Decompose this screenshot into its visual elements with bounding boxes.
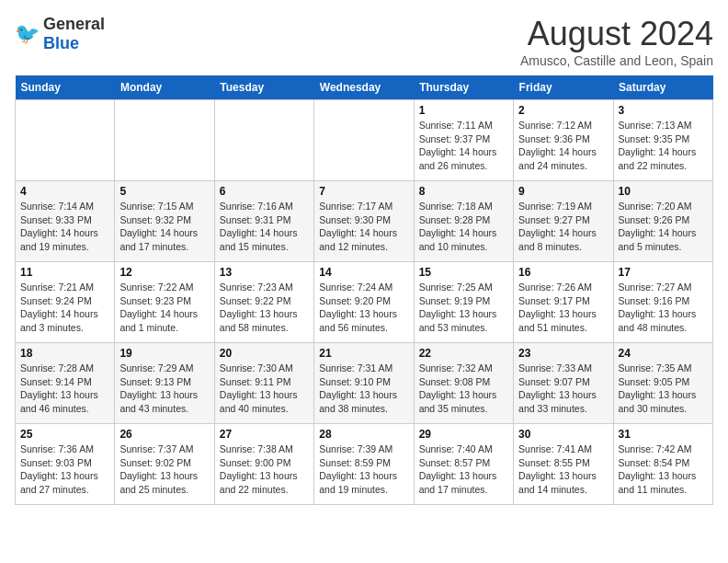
day-info: Sunrise: 7:13 AM Sunset: 9:35 PM Dayligh… — [619, 119, 708, 173]
logo-blue: Blue — [43, 34, 79, 52]
calendar-day-cell: 23Sunrise: 7:33 AM Sunset: 9:07 PM Dayli… — [514, 343, 613, 424]
calendar-day-cell: 22Sunrise: 7:32 AM Sunset: 9:08 PM Dayli… — [414, 343, 513, 424]
weekday-header-cell: Tuesday — [214, 75, 313, 100]
calendar-day-cell: 27Sunrise: 7:38 AM Sunset: 9:00 PM Dayli… — [214, 424, 313, 505]
day-info: Sunrise: 7:26 AM Sunset: 9:17 PM Dayligh… — [518, 281, 608, 335]
calendar-day-cell: 1Sunrise: 7:11 AM Sunset: 9:37 PM Daylig… — [414, 100, 513, 181]
day-info: Sunrise: 7:28 AM Sunset: 9:14 PM Dayligh… — [20, 362, 109, 416]
calendar-day-cell: 24Sunrise: 7:35 AM Sunset: 9:05 PM Dayli… — [613, 343, 712, 424]
day-info: Sunrise: 7:25 AM Sunset: 9:19 PM Dayligh… — [419, 281, 508, 335]
weekday-header-cell: Friday — [514, 75, 613, 100]
day-info: Sunrise: 7:24 AM Sunset: 9:20 PM Dayligh… — [319, 281, 408, 335]
day-info: Sunrise: 7:30 AM Sunset: 9:11 PM Dayligh… — [220, 362, 309, 416]
day-info: Sunrise: 7:11 AM Sunset: 9:37 PM Dayligh… — [419, 119, 508, 173]
calendar-body: 1Sunrise: 7:11 AM Sunset: 9:37 PM Daylig… — [16, 100, 713, 505]
day-number: 4 — [20, 185, 109, 198]
day-number: 19 — [119, 347, 209, 360]
calendar-day-cell: 30Sunrise: 7:41 AM Sunset: 8:55 PM Dayli… — [514, 424, 613, 505]
day-info: Sunrise: 7:18 AM Sunset: 9:28 PM Dayligh… — [419, 200, 508, 254]
day-number: 14 — [319, 266, 408, 279]
calendar-day-cell: 15Sunrise: 7:25 AM Sunset: 9:19 PM Dayli… — [414, 262, 513, 343]
day-number: 6 — [220, 185, 309, 198]
day-number: 12 — [119, 266, 209, 279]
day-number: 17 — [619, 266, 708, 279]
calendar-day-cell: 17Sunrise: 7:27 AM Sunset: 9:16 PM Dayli… — [613, 262, 712, 343]
calendar-day-cell: 16Sunrise: 7:26 AM Sunset: 9:17 PM Dayli… — [514, 262, 613, 343]
day-info: Sunrise: 7:41 AM Sunset: 8:55 PM Dayligh… — [518, 442, 608, 497]
calendar-day-cell: 14Sunrise: 7:24 AM Sunset: 9:20 PM Dayli… — [314, 262, 414, 343]
day-info: Sunrise: 7:21 AM Sunset: 9:24 PM Dayligh… — [20, 281, 109, 335]
day-number: 2 — [518, 104, 608, 117]
logo: 🐦 General Blue — [15, 15, 105, 53]
calendar-day-cell — [214, 100, 313, 181]
day-number: 21 — [319, 347, 408, 360]
day-info: Sunrise: 7:27 AM Sunset: 9:16 PM Dayligh… — [619, 281, 708, 335]
day-info: Sunrise: 7:15 AM Sunset: 9:32 PM Dayligh… — [119, 200, 209, 254]
calendar-day-cell: 9Sunrise: 7:19 AM Sunset: 9:27 PM Daylig… — [514, 181, 613, 262]
day-info: Sunrise: 7:20 AM Sunset: 9:26 PM Dayligh… — [619, 200, 708, 254]
weekday-header-row: SundayMondayTuesdayWednesdayThursdayFrid… — [16, 75, 713, 100]
calendar-day-cell: 20Sunrise: 7:30 AM Sunset: 9:11 PM Dayli… — [214, 343, 313, 424]
weekday-header-cell: Monday — [115, 75, 214, 100]
calendar-day-cell: 3Sunrise: 7:13 AM Sunset: 9:35 PM Daylig… — [613, 100, 712, 181]
weekday-header-cell: Saturday — [613, 75, 712, 100]
weekday-header-cell: Wednesday — [314, 75, 414, 100]
day-info: Sunrise: 7:14 AM Sunset: 9:33 PM Dayligh… — [20, 200, 109, 254]
day-number: 27 — [220, 428, 309, 441]
day-number: 11 — [20, 266, 109, 279]
calendar-day-cell: 28Sunrise: 7:39 AM Sunset: 8:59 PM Dayli… — [314, 424, 414, 505]
day-number: 18 — [20, 347, 109, 360]
day-number: 28 — [319, 428, 408, 441]
day-number: 8 — [419, 185, 508, 198]
month-year-title: August 2024 — [520, 15, 713, 53]
calendar-week-row: 4Sunrise: 7:14 AM Sunset: 9:33 PM Daylig… — [16, 181, 713, 262]
day-info: Sunrise: 7:22 AM Sunset: 9:23 PM Dayligh… — [119, 281, 209, 335]
day-info: Sunrise: 7:31 AM Sunset: 9:10 PM Dayligh… — [319, 362, 408, 416]
day-info: Sunrise: 7:38 AM Sunset: 9:00 PM Dayligh… — [220, 442, 309, 497]
day-number: 23 — [518, 347, 608, 360]
calendar-day-cell: 18Sunrise: 7:28 AM Sunset: 9:14 PM Dayli… — [16, 343, 115, 424]
day-number: 9 — [518, 185, 608, 198]
day-info: Sunrise: 7:39 AM Sunset: 8:59 PM Dayligh… — [319, 442, 408, 497]
calendar-day-cell: 8Sunrise: 7:18 AM Sunset: 9:28 PM Daylig… — [414, 181, 513, 262]
calendar-day-cell: 29Sunrise: 7:40 AM Sunset: 8:57 PM Dayli… — [414, 424, 513, 505]
calendar-day-cell: 21Sunrise: 7:31 AM Sunset: 9:10 PM Dayli… — [314, 343, 414, 424]
logo-general: General — [43, 15, 105, 33]
calendar-week-row: 25Sunrise: 7:36 AM Sunset: 9:03 PM Dayli… — [16, 424, 713, 505]
day-info: Sunrise: 7:42 AM Sunset: 8:54 PM Dayligh… — [619, 442, 708, 497]
weekday-header-cell: Thursday — [414, 75, 513, 100]
day-number: 26 — [119, 428, 209, 441]
calendar-day-cell: 13Sunrise: 7:23 AM Sunset: 9:22 PM Dayli… — [214, 262, 313, 343]
day-info: Sunrise: 7:33 AM Sunset: 9:07 PM Dayligh… — [518, 362, 608, 416]
calendar-day-cell: 10Sunrise: 7:20 AM Sunset: 9:26 PM Dayli… — [613, 181, 712, 262]
day-number: 24 — [619, 347, 708, 360]
day-info: Sunrise: 7:37 AM Sunset: 9:02 PM Dayligh… — [119, 442, 209, 497]
calendar-day-cell: 6Sunrise: 7:16 AM Sunset: 9:31 PM Daylig… — [214, 181, 313, 262]
title-area: August 2024 Amusco, Castille and Leon, S… — [520, 15, 713, 68]
calendar-day-cell: 11Sunrise: 7:21 AM Sunset: 9:24 PM Dayli… — [16, 262, 115, 343]
day-info: Sunrise: 7:17 AM Sunset: 9:30 PM Dayligh… — [319, 200, 408, 254]
calendar-day-cell — [115, 100, 214, 181]
logo-bird-icon: 🐦 — [15, 22, 40, 46]
day-number: 31 — [619, 428, 708, 441]
day-number: 20 — [220, 347, 309, 360]
calendar-day-cell: 2Sunrise: 7:12 AM Sunset: 9:36 PM Daylig… — [514, 100, 613, 181]
calendar-week-row: 1Sunrise: 7:11 AM Sunset: 9:37 PM Daylig… — [16, 100, 713, 181]
day-info: Sunrise: 7:19 AM Sunset: 9:27 PM Dayligh… — [518, 200, 608, 254]
calendar-day-cell — [314, 100, 414, 181]
calendar-day-cell: 4Sunrise: 7:14 AM Sunset: 9:33 PM Daylig… — [16, 181, 115, 262]
day-info: Sunrise: 7:12 AM Sunset: 9:36 PM Dayligh… — [518, 119, 608, 173]
day-number: 22 — [419, 347, 508, 360]
day-number: 15 — [419, 266, 508, 279]
calendar-day-cell: 5Sunrise: 7:15 AM Sunset: 9:32 PM Daylig… — [115, 181, 214, 262]
calendar-day-cell: 7Sunrise: 7:17 AM Sunset: 9:30 PM Daylig… — [314, 181, 414, 262]
calendar-day-cell — [16, 100, 115, 181]
day-number: 30 — [518, 428, 608, 441]
calendar-day-cell: 26Sunrise: 7:37 AM Sunset: 9:02 PM Dayli… — [115, 424, 214, 505]
day-info: Sunrise: 7:32 AM Sunset: 9:08 PM Dayligh… — [419, 362, 508, 416]
calendar-day-cell: 12Sunrise: 7:22 AM Sunset: 9:23 PM Dayli… — [115, 262, 214, 343]
location-subtitle: Amusco, Castille and Leon, Spain — [520, 53, 713, 68]
day-info: Sunrise: 7:35 AM Sunset: 9:05 PM Dayligh… — [619, 362, 708, 416]
page-header: 🐦 General Blue August 2024 Amusco, Casti… — [15, 15, 713, 68]
day-info: Sunrise: 7:16 AM Sunset: 9:31 PM Dayligh… — [220, 200, 309, 254]
